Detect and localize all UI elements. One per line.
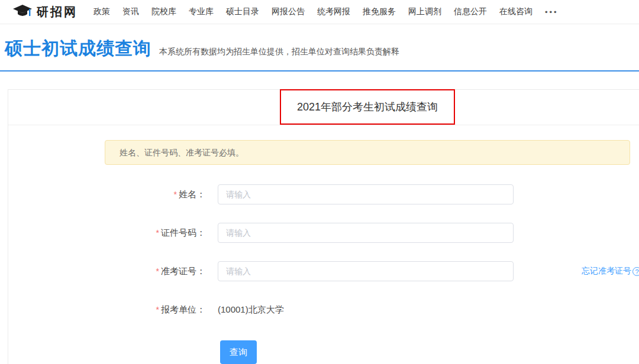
id-number-input[interactable] xyxy=(218,223,514,243)
site-logo-text: 研招网 xyxy=(37,4,78,20)
annotation-red-box: 2021年部分考生初试成绩查询 xyxy=(280,89,455,125)
form-row-admission-ticket: *准考证号： 忘记准考证号 ? xyxy=(8,261,639,281)
score-query-panel: 2021年部分考生初试成绩查询 姓名、证件号码、准考证号必填。 *姓名： *证件… xyxy=(8,89,639,364)
graduation-cap-icon xyxy=(12,4,33,20)
forgot-ticket-link-text: 忘记准考证号 xyxy=(582,266,631,277)
name-label-text: 姓名： xyxy=(179,189,205,199)
question-circle-icon: ? xyxy=(632,267,639,276)
admission-ticket-label: *准考证号： xyxy=(8,266,218,277)
name-label: *姓名： xyxy=(8,189,218,200)
nav-item-unified-exam-report[interactable]: 统考网报 xyxy=(317,6,350,17)
required-asterisk: * xyxy=(156,266,159,276)
nav-more-ellipsis-icon[interactable]: ••• xyxy=(545,8,559,17)
form-row-target-unit: *报考单位： (10001)北京大学 xyxy=(8,300,639,320)
panel-header: 2021年部分考生初试成绩查询 xyxy=(8,90,639,125)
id-number-label-text: 证件号码： xyxy=(161,228,205,238)
form-row-id-number: *证件号码： xyxy=(8,223,639,243)
top-navigation: 研招网 政策 资讯 院校库 专业库 硕士目录 网报公告 统考网报 推免服务 网上… xyxy=(0,0,639,24)
form-row-name: *姓名： xyxy=(8,184,639,204)
required-asterisk: * xyxy=(156,228,159,238)
target-unit-value: (10001)北京大学 xyxy=(218,304,284,316)
blue-divider xyxy=(0,70,639,72)
nav-item-policy[interactable]: 政策 xyxy=(93,6,110,17)
nav-item-online-report-notice[interactable]: 网报公告 xyxy=(272,6,305,17)
score-query-form: *姓名： *证件号码： *准考证号： 忘记准考证号 ? *报考单位： (1 xyxy=(8,184,639,364)
panel-title: 2021年部分考生初试成绩查询 xyxy=(297,100,438,114)
query-submit-button[interactable]: 查询 xyxy=(220,340,257,364)
required-asterisk: * xyxy=(156,305,159,314)
admission-ticket-input[interactable] xyxy=(218,261,514,281)
required-asterisk: * xyxy=(174,190,177,199)
nav-item-major-library[interactable]: 专业库 xyxy=(189,6,214,17)
submit-row: 查询 xyxy=(8,340,639,364)
site-logo[interactable]: 研招网 xyxy=(12,4,78,20)
nav-item-info-disclosure[interactable]: 信息公开 xyxy=(454,6,487,17)
nav-item-exemption-service[interactable]: 推免服务 xyxy=(363,6,396,17)
nav-item-online-consult[interactable]: 在线咨询 xyxy=(499,6,532,17)
nav-item-college-library[interactable]: 院校库 xyxy=(151,6,176,17)
admission-ticket-label-text: 准考证号： xyxy=(161,266,205,276)
nav-item-master-catalog[interactable]: 硕士目录 xyxy=(226,6,259,17)
forgot-ticket-link[interactable]: 忘记准考证号 ? xyxy=(582,266,639,277)
nav-item-online-adjustment[interactable]: 网上调剂 xyxy=(408,6,441,17)
page-subtitle: 本系统所有数据均为招生单位提供，招生单位对查询结果负责解释 xyxy=(159,47,399,57)
page-heading: 硕士初试成绩查询 本系统所有数据均为招生单位提供，招生单位对查询结果负责解释 xyxy=(0,24,639,61)
target-unit-label: *报考单位： xyxy=(8,304,218,316)
id-number-label: *证件号码： xyxy=(8,228,218,239)
target-unit-label-text: 报考单位： xyxy=(161,304,205,314)
nav-item-news[interactable]: 资讯 xyxy=(122,6,139,17)
main-menu: 政策 资讯 院校库 专业库 硕士目录 网报公告 统考网报 推免服务 网上调剂 信… xyxy=(93,6,559,17)
required-fields-notice: 姓名、证件号码、准考证号必填。 xyxy=(105,140,630,165)
name-input[interactable] xyxy=(218,184,514,204)
page-title: 硕士初试成绩查询 xyxy=(5,37,151,61)
